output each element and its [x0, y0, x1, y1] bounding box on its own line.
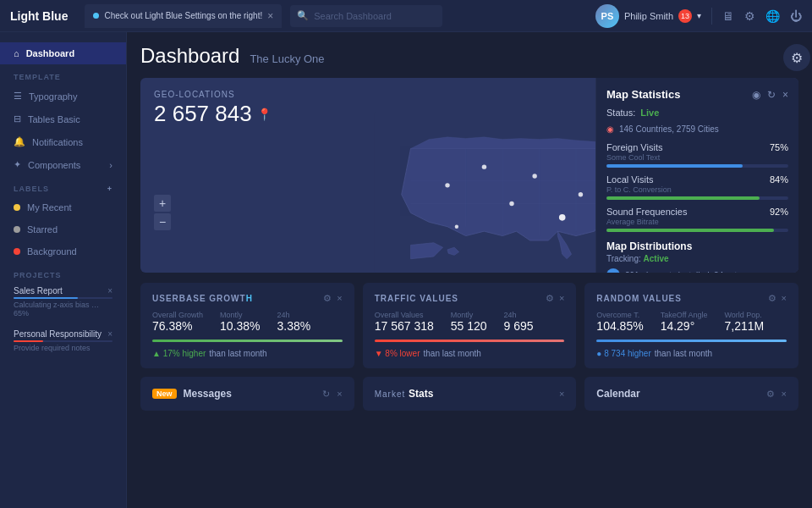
page-title: Dashboard: [140, 44, 239, 68]
stats-pin-icon[interactable]: ◉: [752, 89, 760, 101]
widget-calendar: Calendar ⚙ ×: [584, 377, 798, 411]
map-zoom-in[interactable]: +: [154, 195, 171, 212]
market-close-icon[interactable]: ×: [559, 389, 564, 399]
chevron-down-icon: ▾: [697, 11, 701, 20]
typography-icon: ☰: [14, 91, 22, 102]
svg-point-11: [445, 183, 449, 187]
page-subtitle: The Lucky One: [250, 52, 324, 65]
search-icon: 🔍: [297, 10, 309, 21]
tab-indicator: [93, 13, 99, 19]
stats-title: Map Statistics: [606, 88, 680, 101]
countries-row: ◉ 146 Countries, 2759 Cities: [606, 124, 788, 134]
bottom-widgets-row: New Messages ↻ × Market Stats × Calendar: [140, 377, 798, 411]
widget-random: RANDOM VALUES ⚙ × Overcome T. 104.85% Ta…: [584, 283, 798, 368]
messages-refresh-icon[interactable]: ↻: [322, 389, 330, 400]
add-label-button[interactable]: +: [107, 185, 112, 193]
widget-gear-icon[interactable]: ⚙: [323, 293, 332, 304]
close-project-sales[interactable]: ×: [107, 286, 112, 295]
widget-traffic: TRAFFIC VALUES ⚙ × Overall Values 17 567…: [363, 283, 577, 368]
bell-icon: 🔔: [14, 136, 25, 147]
label-dot-gray: [14, 226, 20, 233]
personal-progress-bar: [14, 340, 43, 342]
random-trend-bar: [596, 340, 787, 342]
traffic-close-icon[interactable]: ×: [559, 293, 564, 304]
sidebar-projects-section: PROJECTS: [0, 262, 126, 283]
userbase-overall: Overall Growth 76.38%: [152, 311, 203, 333]
stats-close-icon[interactable]: ×: [782, 89, 788, 101]
user-info[interactable]: PS Philip Smith 13 ▾: [595, 4, 701, 28]
divider: [711, 8, 712, 25]
tab-bar[interactable]: Check out Light Blue Settings on the rig…: [85, 4, 282, 28]
sidebar-item-typography[interactable]: ☰ Typography: [0, 85, 126, 108]
widgets-row: USERBASE GROWTH ⚙ × Overall Growth 76.38…: [140, 283, 798, 368]
app-logo: Light Blue: [10, 9, 68, 23]
widget-random-title: RANDOM VALUES: [596, 294, 682, 303]
stats-header-icons: ◉ ↻ ×: [752, 89, 788, 101]
avatar: PS: [595, 4, 619, 28]
widget-messages: New Messages ↻ ×: [140, 377, 354, 411]
sidebar-item-dashboard[interactable]: ⌂ Dashboard: [0, 42, 126, 64]
progress-local: [606, 196, 788, 200]
project-personal: Personal Responsibility × Provide requir…: [0, 326, 126, 356]
traffic-gear-icon[interactable]: ⚙: [546, 293, 554, 304]
traffic-trend-bar: [375, 340, 565, 342]
sidebar-label-myrecent[interactable]: My Recent: [0, 196, 126, 218]
calendar-close-icon[interactable]: ×: [782, 389, 787, 400]
power-icon[interactable]: ⏻: [790, 9, 802, 23]
traffic-monthly: Montly 55 120: [451, 311, 487, 333]
stats-header: Map Statistics ◉ ↻ ×: [606, 88, 788, 101]
tab-close-icon[interactable]: ×: [267, 10, 273, 22]
components-icon: ✦: [14, 159, 21, 170]
notification-badge: 13: [678, 9, 692, 23]
sidebar-item-notifications[interactable]: 🔔 Notifications: [0, 130, 126, 153]
map-widget: GEO-LOCATIONS 2 657 843 📍: [140, 78, 798, 273]
random-world: World Pop. 7,211M: [725, 311, 765, 333]
close-project-personal[interactable]: ×: [107, 329, 112, 339]
svg-point-14: [559, 214, 566, 221]
map-zoom-out[interactable]: −: [154, 213, 171, 230]
main-layout: ⌂ Dashboard TEMPLATE ☰ Typography ⊟ Tabl…: [0, 32, 812, 508]
stat-foreign-visits: Foreign Visits 75% Some Cool Text: [606, 142, 788, 168]
random-trend-text: ● 8 734 higher than last month: [596, 349, 787, 358]
traffic-24h: 24h 9 695: [504, 311, 534, 333]
calendar-gear-icon[interactable]: ⚙: [766, 389, 775, 400]
svg-point-8: [579, 192, 583, 196]
random-gear-icon[interactable]: ⚙: [768, 293, 776, 304]
user-name: Philip Smith: [624, 11, 673, 21]
page-header: Dashboard The Lucky One: [140, 44, 798, 68]
widget-close-icon[interactable]: ×: [337, 293, 342, 304]
gear-icon[interactable]: ⚙: [744, 9, 755, 23]
random-close-icon[interactable]: ×: [782, 293, 787, 304]
widget-userbase-title: USERBASE GROWTH: [152, 294, 253, 303]
label-dot-red: [14, 248, 20, 255]
new-badge: New: [152, 389, 177, 399]
sidebar-item-tables[interactable]: ⊟ Tables Basic: [0, 108, 126, 130]
progress-sound: [606, 229, 788, 232]
content: Dashboard The Lucky One GEO-LOCATIONS 2 …: [127, 32, 812, 508]
globe-icon[interactable]: 🌐: [765, 9, 780, 23]
pin-icon: ◉: [606, 124, 614, 134]
progress-foreign: [606, 164, 788, 168]
sidebar-item-components[interactable]: ✦ Components: [0, 153, 126, 176]
monitor-icon[interactable]: 🖥: [722, 9, 734, 23]
map-controls: + −: [154, 195, 171, 230]
status-row: Status: Live: [606, 108, 788, 118]
tables-icon: ⊟: [14, 113, 21, 124]
logo-bold: Blue: [42, 9, 68, 23]
stats-refresh-icon[interactable]: ↻: [767, 89, 776, 101]
status-live: Live: [640, 108, 659, 118]
stats-panel: Map Statistics ◉ ↻ × Status: Live ◉ 146 …: [595, 78, 798, 273]
search-bar[interactable]: 🔍 Search Dashboard: [290, 5, 442, 27]
messages-close-icon[interactable]: ×: [337, 389, 342, 400]
userbase-monthly: Montly 10.38%: [220, 311, 260, 333]
sidebar-template-section: TEMPLATE: [0, 64, 126, 85]
sidebar-label-starred[interactable]: Starred: [0, 218, 126, 240]
stat-sound-freq: Sound Frequencies 92% Average Bitrate: [606, 207, 788, 232]
svg-point-13: [532, 174, 536, 178]
userbase-24h: 24h 3.38%: [277, 311, 311, 333]
traffic-overall: Overall Values 17 567 318: [375, 311, 434, 333]
sidebar-label-background[interactable]: Background: [0, 240, 126, 262]
stat-local-visits: Local Visits 84% P. to C. Conversion: [606, 174, 788, 200]
floating-gear-button[interactable]: ⚙: [783, 44, 810, 71]
sidebar-labels-section: LABELS +: [0, 176, 126, 196]
